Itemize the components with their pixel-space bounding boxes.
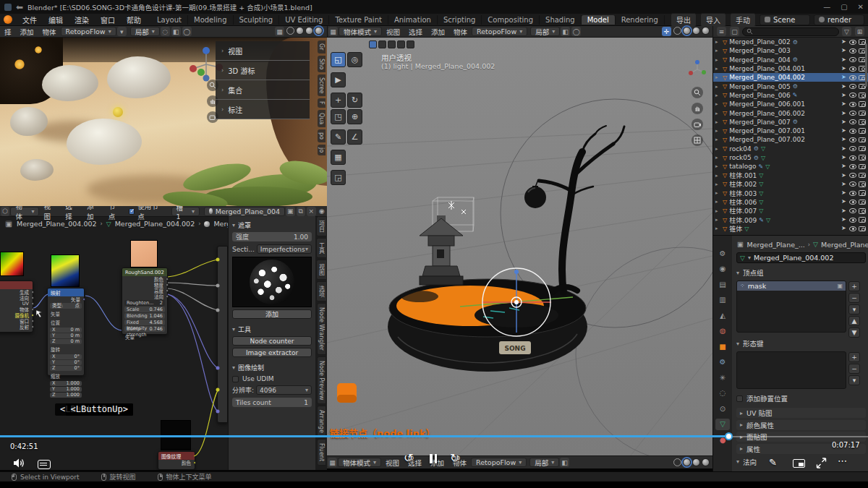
copy-material-icon[interactable]: ⧉ <box>297 207 305 216</box>
viewlayer-tab-icon[interactable]: ▥ <box>715 294 730 306</box>
retopo-extra-icon[interactable]: ▾ <box>117 27 127 36</box>
workspace-tab-animation[interactable]: Animation <box>388 15 438 25</box>
mapping-value-field[interactable]: Y0 m <box>50 333 82 338</box>
selectable-toggle-icon[interactable]: ➤ <box>841 190 847 196</box>
render-camera-icon[interactable] <box>859 137 866 143</box>
render-camera-icon[interactable] <box>859 208 866 214</box>
pause-icon[interactable] <box>430 454 437 463</box>
outliner-row-柱体.006[interactable]: ▸▽柱体.006▽➤ <box>713 197 868 206</box>
mapping-output-vector[interactable]: 矢量 <box>48 296 84 302</box>
select-mode-active-icon[interactable] <box>369 40 377 48</box>
filter-icon[interactable]: ▽ <box>842 27 851 36</box>
shader-tab-视图[interactable]: 视图 <box>316 260 327 280</box>
workspace-tab-rendering[interactable]: Rendering <box>616 15 665 25</box>
section-dropdown[interactable]: Imperfections▾ <box>257 244 312 254</box>
shader-tab-Node Wrangler[interactable]: Node Wrangler <box>317 303 326 355</box>
gizmo-toggle-icon[interactable]: ✛ <box>662 27 671 36</box>
video-progress-rest[interactable] <box>729 436 868 437</box>
selectable-toggle-icon[interactable]: ➤ <box>841 155 847 160</box>
header-menu-添加[interactable]: 添加 <box>82 206 104 221</box>
minimize-button[interactable]: — <box>823 3 830 11</box>
render-camera-icon[interactable] <box>859 128 866 134</box>
workspace-tab-texture-paint[interactable]: Texture Paint <box>329 15 388 25</box>
rewind-10-icon[interactable]: ↺10 <box>404 451 413 465</box>
mapping-value-field[interactable]: X0° <box>50 354 82 359</box>
tool-tab-icon[interactable]: ⚙ <box>715 247 730 259</box>
render-camera-icon[interactable] <box>859 164 866 170</box>
header-menu-添加[interactable]: 添加 <box>427 27 449 37</box>
orientation-dropdown-mid[interactable]: 局部▾ <box>530 27 560 36</box>
pin-icon[interactable]: ◉ <box>318 207 326 216</box>
header-menu-物体[interactable]: 物体 <box>449 27 472 37</box>
vg-move-down-button[interactable]: ▼ <box>848 328 860 338</box>
outliner-row-柱体.003[interactable]: ▸▽柱体.003▽➤ <box>713 189 868 197</box>
mid-shading-material-icon[interactable] <box>692 27 700 35</box>
back-arrow-icon[interactable]: ⬅ <box>16 2 23 12</box>
header-menu-选择[interactable]: 选择 <box>61 206 82 221</box>
udim-checkbox[interactable]: Use UDIM <box>232 375 312 382</box>
outliner-row-柱体.009[interactable]: ▸▽柱体.009✎▽➤ <box>713 215 868 224</box>
shading-rendered-icon[interactable] <box>315 27 323 35</box>
output-tab-icon[interactable]: ▤ <box>715 278 730 290</box>
mapping-value-field[interactable]: Z0 m <box>50 339 82 344</box>
selectable-toggle-icon[interactable]: ➤ <box>841 101 847 107</box>
visibility-eye-icon[interactable] <box>849 40 856 45</box>
render-camera-icon[interactable] <box>859 101 866 107</box>
workspace-tab-shading[interactable]: Shading <box>540 15 582 25</box>
texture-coordinate-node[interactable]: 生成法向UV物体摄像机窗口反射 <box>0 281 33 333</box>
outliner-row-柱体.007[interactable]: ▸▽柱体.007▽➤ <box>713 207 868 215</box>
mapping-value-field[interactable]: Z1.000 <box>50 393 82 398</box>
snap-icon[interactable]: ◧ <box>171 27 181 36</box>
header-menu-选择[interactable]: 选择 <box>404 27 427 37</box>
tool-measure[interactable]: ∠ <box>347 129 362 145</box>
outliner-row-Merged_Plane_003[interactable]: ▸▽Merged_Plane_003➤ <box>713 46 868 55</box>
sand-image-selector[interactable]: Roughten...2 <box>124 300 165 306</box>
render-camera-icon[interactable] <box>859 200 866 205</box>
outliner-row-Merged_Plane_007[interactable]: ▸▽Merged_Plane_007⚙➤ <box>713 118 868 127</box>
outliner-row-Merged_Plane_004.002[interactable]: ▸▽Merged_Plane_004.002➤ <box>713 73 868 82</box>
visibility-eye-icon[interactable] <box>849 146 856 151</box>
header-menu-择[interactable]: 择 <box>0 27 16 37</box>
shader-editor-type-icon[interactable]: ⬡ <box>1 207 9 216</box>
visibility-eye-icon[interactable] <box>849 119 856 124</box>
strength-slider[interactable]: 强度1.00 <box>232 232 312 241</box>
select-mode-icon-3[interactable] <box>388 40 396 48</box>
outliner-row-rock04[interactable]: ▸▽rock04⚙▽➤ <box>713 145 868 153</box>
footer-retopoflow-menu[interactable]: RetopoFlow▾ <box>471 458 527 467</box>
npanel-section-3D 游标[interactable]: ›3D 游标 <box>216 61 310 80</box>
mapping-value-field[interactable]: X1.000 <box>50 381 82 386</box>
mid-shading-solid-icon[interactable] <box>683 27 691 35</box>
visibility-eye-icon[interactable] <box>849 164 856 169</box>
outliner-scrollbar[interactable] <box>865 43 867 87</box>
view-layer-selector[interactable]: render <box>814 14 864 25</box>
selectable-toggle-icon[interactable]: ➤ <box>841 199 847 205</box>
overlays-icon[interactable]: ▦ <box>275 27 284 36</box>
workspace-tab-model[interactable]: Model <box>582 15 616 25</box>
selectable-toggle-icon[interactable]: ➤ <box>841 217 847 223</box>
side-tab-Sho[interactable]: Sho <box>318 56 326 72</box>
outliner-search-input[interactable] <box>742 27 839 36</box>
image-extractor-button[interactable]: Image extractor <box>232 348 312 357</box>
side-tab-Scree[interactable]: Scree <box>318 74 326 96</box>
visibility-eye-icon[interactable] <box>849 218 856 223</box>
render-tab-icon[interactable]: ◉ <box>715 263 730 275</box>
menu-窗口[interactable]: 窗口 <box>95 14 121 26</box>
mid-camera-view-icon[interactable] <box>692 119 703 130</box>
visibility-eye-icon[interactable] <box>849 173 856 178</box>
vg-specials-button[interactable]: ▾ <box>848 304 860 314</box>
select-mode-icon-5[interactable] <box>407 40 414 48</box>
sand-group-node[interactable]: RoughSand.002 颜色糙度高度法向 Roughten...2 Scal… <box>122 267 168 335</box>
visibility-eye-icon[interactable] <box>849 129 856 134</box>
close-button[interactable]: ✕ <box>858 3 864 11</box>
tiles-count-field[interactable]: Tiles count1 <box>232 398 312 407</box>
blender-logo-icon[interactable] <box>4 15 12 24</box>
selectable-toggle-icon[interactable]: ➤ <box>841 226 847 231</box>
shader-mode-dropdown[interactable]: 物体▾ <box>10 207 39 216</box>
image-output-color[interactable]: 颜色 <box>158 460 195 466</box>
workspace-tab-sculpting[interactable]: Sculpting <box>234 15 280 25</box>
vertex-group-mask[interactable]: ⁘ mask ▣ <box>737 281 846 291</box>
menu-渲染[interactable]: 渲染 <box>69 14 95 26</box>
video-progress-knob[interactable] <box>725 432 733 440</box>
unlink-material-icon[interactable]: × <box>307 207 315 216</box>
npanel-section-视图[interactable]: ›视图 <box>216 41 310 61</box>
